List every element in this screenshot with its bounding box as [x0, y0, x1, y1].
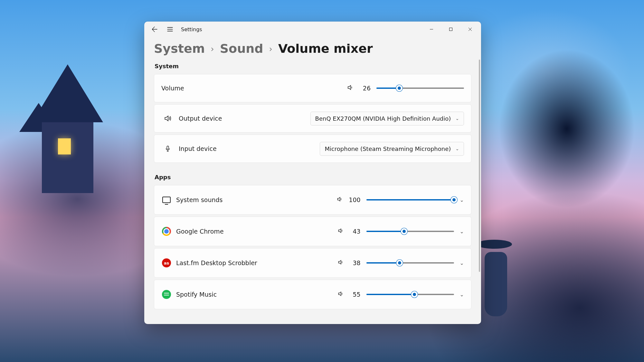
- hamburger-icon: [167, 26, 173, 32]
- breadcrumb-sound[interactable]: Sound: [220, 42, 263, 56]
- app-name: System sounds: [176, 196, 223, 203]
- svg-rect-1: [167, 146, 169, 149]
- chevron-right-icon: ›: [269, 44, 272, 54]
- maximize-button[interactable]: [441, 23, 460, 36]
- app-volume-value: 38: [350, 259, 361, 266]
- menu-button[interactable]: [164, 23, 176, 36]
- chevron-down-icon[interactable]: ⌄: [460, 292, 464, 298]
- breadcrumb-system[interactable]: System: [154, 42, 205, 56]
- speaker-wave-icon: [161, 114, 174, 123]
- app-name: Google Chrome: [176, 228, 224, 235]
- close-icon: [468, 27, 472, 31]
- svg-rect-0: [450, 28, 452, 31]
- minimize-icon: [430, 27, 433, 31]
- input-device-dropdown[interactable]: Microphone (Steam Streaming Microphone) …: [320, 142, 464, 156]
- speaker-icon[interactable]: [336, 196, 343, 204]
- minimize-button[interactable]: [422, 23, 441, 36]
- app-volume-value: 43: [350, 228, 361, 235]
- app-name: Last.fm Desktop Scrobbler: [176, 259, 257, 266]
- app-volume-row: Spotify Music 55 ⌄: [154, 280, 471, 309]
- section-apps-label: Apps: [155, 174, 471, 181]
- volume-value: 26: [360, 85, 371, 92]
- chevron-down-icon: ⌄: [455, 116, 459, 121]
- chevron-down-icon: ⌄: [455, 146, 459, 151]
- app-volume-row: as Last.fm Desktop Scrobbler 38 ⌄: [154, 248, 471, 278]
- app-volume-row: System sounds 100 ⌄: [154, 185, 471, 215]
- app-volume-slider[interactable]: [366, 290, 454, 299]
- system-volume-row: Volume 26: [154, 74, 471, 102]
- wallpaper-figure: [477, 240, 515, 330]
- output-device-row: Output device BenQ EX270QM (NVIDIA High …: [154, 104, 471, 133]
- lastfm-icon: as: [161, 258, 172, 268]
- scrollbar[interactable]: [479, 60, 480, 272]
- titlebar: Settings: [144, 22, 481, 37]
- back-button[interactable]: [148, 23, 161, 36]
- maximize-icon: [449, 27, 453, 31]
- speaker-icon[interactable]: [337, 291, 344, 298]
- input-device-label: Input device: [179, 145, 217, 152]
- app-volume-slider[interactable]: [366, 227, 454, 236]
- app-volume-slider[interactable]: [366, 195, 454, 204]
- volume-label: Volume: [161, 85, 184, 92]
- app-title: Settings: [181, 26, 202, 32]
- microphone-icon: [161, 145, 174, 152]
- spotify-icon: [161, 289, 172, 300]
- speaker-icon[interactable]: [337, 259, 344, 267]
- output-device-value: BenQ EX270QM (NVIDIA High Definition Aud…: [315, 115, 451, 122]
- app-volume-value: 100: [349, 196, 360, 203]
- close-button[interactable]: [460, 23, 480, 36]
- chevron-down-icon[interactable]: ⌄: [460, 228, 464, 235]
- monitor-icon: [161, 195, 172, 205]
- section-system-label: System: [155, 63, 471, 70]
- wallpaper-house: [23, 64, 113, 193]
- chevron-down-icon[interactable]: ⌄: [460, 197, 464, 203]
- chrome-icon: [161, 226, 172, 237]
- chevron-down-icon[interactable]: ⌄: [460, 260, 464, 266]
- output-device-dropdown[interactable]: BenQ EX270QM (NVIDIA High Definition Aud…: [310, 112, 464, 125]
- breadcrumb: System › Sound › Volume mixer: [154, 42, 471, 56]
- breadcrumb-current: Volume mixer: [278, 42, 373, 56]
- app-name: Spotify Music: [176, 291, 217, 298]
- app-volume-value: 55: [350, 291, 361, 298]
- speaker-icon[interactable]: [347, 84, 354, 92]
- arrow-left-icon: [152, 26, 157, 32]
- app-volume-slider[interactable]: [366, 258, 454, 267]
- chevron-right-icon: ›: [211, 44, 214, 54]
- settings-window: Settings System › Sound › Volume mixer S…: [144, 22, 481, 324]
- input-device-value: Microphone (Steam Streaming Microphone): [325, 145, 451, 152]
- input-device-row: Input device Microphone (Steam Streaming…: [154, 135, 471, 163]
- app-volume-row: Google Chrome 43 ⌄: [154, 217, 471, 246]
- output-device-label: Output device: [179, 115, 222, 122]
- speaker-icon[interactable]: [337, 227, 344, 235]
- system-volume-slider[interactable]: [376, 84, 464, 93]
